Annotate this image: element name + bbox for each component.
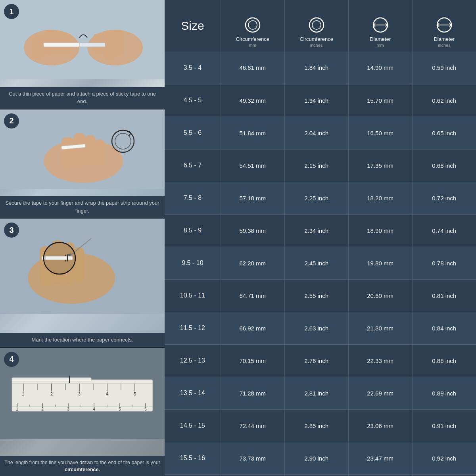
svg-text:2: 2 — [50, 392, 53, 396]
table-row: 13.5 - 1471.28 mm2.81 inch22.69 mm0.89 i… — [165, 377, 476, 409]
cell-circ_inch: 2.63 inch — [284, 312, 348, 344]
cell-diam_inch: 0.91 inch — [412, 409, 476, 442]
table-body: 3.5 - 446.81 mm1.84 inch14.90 mm0.59 inc… — [165, 52, 476, 476]
step-4-image: 1 2 3 4 5 — [0, 348, 165, 456]
table-row: 16.5 - 1775.46 mm2.97 inch24.02 mm0.95 i… — [165, 474, 476, 476]
cell-diam_mm: 16.50 mm — [348, 117, 412, 149]
table-row: 15.5 - 1673.73 mm2.90 inch23.47 mm0.92 i… — [165, 442, 476, 474]
svg-rect-9 — [113, 30, 124, 56]
cell-circ_inch: 2.76 inch — [284, 344, 348, 377]
cell-circ_inch: 1.84 inch — [284, 52, 348, 84]
cell-circ_mm: 57.18 mm — [221, 182, 284, 214]
svg-text:4: 4 — [93, 407, 95, 411]
cell-size: 16.5 - 17 — [165, 474, 221, 476]
circ-inch-sub: inches — [285, 43, 348, 48]
table-row: 9.5 - 1062.20 mm2.45 inch19.80 mm0.78 in… — [165, 247, 476, 279]
svg-rect-33 — [46, 256, 73, 260]
cell-circ_mm: 64.71 mm — [221, 279, 284, 312]
diam-inch-sub: inches — [413, 43, 476, 48]
cell-diam_inch: 0.89 inch — [412, 377, 476, 409]
cell-circ_mm: 59.38 mm — [221, 214, 284, 247]
svg-rect-17 — [84, 135, 96, 166]
svg-point-72 — [246, 18, 260, 32]
diam-mm-header: Diameter mm — [348, 0, 412, 52]
cell-diam_mm: 23.06 mm — [348, 409, 412, 442]
ring-diam-mm-icon — [371, 15, 390, 35]
svg-text:5: 5 — [134, 392, 136, 396]
cell-circ_mm: 51.84 mm — [221, 117, 284, 149]
step-2-block: 2 Secure the tape to your finger and wra… — [0, 109, 165, 219]
cell-size: 3.5 - 4 — [165, 52, 221, 84]
ring-size-table-panel: Size Circumference mm — [165, 0, 476, 476]
cell-size: 5.5 - 6 — [165, 117, 221, 149]
cell-diam_inch: 0.78 inch — [412, 247, 476, 279]
cell-diam_inch: 0.95 inch — [412, 474, 476, 476]
svg-point-77 — [312, 21, 321, 29]
cell-diam_mm: 15.70 mm — [348, 84, 412, 117]
circ-mm-sub: mm — [221, 43, 284, 48]
cell-circ_inch: 2.45 inch — [284, 247, 348, 279]
step-3-block: 3 Mark the location where the paper conn… — [0, 219, 165, 347]
table-row: 8.5 - 959.38 mm2.34 inch18.90 mm0.74 inc… — [165, 214, 476, 247]
svg-text:5: 5 — [119, 407, 121, 411]
cell-diam_inch: 0.81 inch — [412, 279, 476, 312]
cell-size: 8.5 - 9 — [165, 214, 221, 247]
cell-circ_inch: 2.97 inch — [284, 474, 348, 476]
cell-diam_inch: 0.92 inch — [412, 442, 476, 474]
cell-diam_mm: 14.90 mm — [348, 52, 412, 84]
cell-size: 15.5 - 16 — [165, 442, 221, 474]
cell-circ_mm: 62.20 mm — [221, 247, 284, 279]
cell-circ_inch: 2.15 inch — [284, 149, 348, 182]
cell-size: 13.5 - 14 — [165, 377, 221, 409]
svg-rect-2 — [32, 36, 46, 60]
svg-text:2: 2 — [41, 407, 44, 411]
circ-inch-header: Circumference inches — [284, 0, 348, 52]
cell-circ_mm: 72.44 mm — [221, 409, 284, 442]
cell-circ_inch: 2.34 inch — [284, 214, 348, 247]
cell-circ_inch: 2.81 inch — [284, 377, 348, 409]
table-row: 6.5 - 754.51 mm2.15 inch17.35 mm0.68 inc… — [165, 149, 476, 182]
cell-size: 9.5 - 10 — [165, 247, 221, 279]
size-label: Size — [181, 19, 204, 32]
cell-diam_mm: 23.47 mm — [348, 442, 412, 474]
cell-diam_mm: 18.90 mm — [348, 214, 412, 247]
cell-size: 10.5 - 11 — [165, 279, 221, 312]
step-4-block: 1 2 3 4 5 — [0, 348, 165, 476]
cell-diam_mm: 17.35 mm — [348, 149, 412, 182]
diam-inch-header: Diameter inches — [412, 0, 476, 52]
step-1-image: 1 — [0, 0, 165, 87]
svg-text:6: 6 — [144, 407, 147, 411]
diam-mm-label: Diameter — [370, 36, 391, 42]
cell-circ_inch: 2.55 inch — [284, 279, 348, 312]
ring-circ-inch-icon — [307, 15, 326, 35]
cell-circ_inch: 1.94 inch — [284, 84, 348, 117]
table-row: 4.5 - 549.32 mm1.94 inch15.70 mm0.62 inc… — [165, 84, 476, 117]
step-3-image: 3 — [0, 219, 165, 333]
instructions-panel: 1 Cut a thin piece of paper and attach a… — [0, 0, 165, 476]
table-row: 12.5 - 1370.15 mm2.76 inch22.33 mm0.88 i… — [165, 344, 476, 377]
svg-rect-70 — [12, 378, 91, 382]
cell-diam_mm: 24.02 mm — [348, 474, 412, 476]
cell-size: 7.5 - 8 — [165, 182, 221, 214]
cell-size: 6.5 - 7 — [165, 149, 221, 182]
step-4-caption: The length from the line you have drawn … — [0, 456, 165, 476]
cell-circ_inch: 2.85 inch — [284, 409, 348, 442]
cell-diam_mm: 18.20 mm — [348, 182, 412, 214]
cell-diam_inch: 0.68 inch — [412, 149, 476, 182]
cell-diam_mm: 19.80 mm — [348, 247, 412, 279]
svg-point-73 — [248, 21, 257, 29]
table-row: 5.5 - 651.84 mm2.04 inch16.50 mm0.65 inc… — [165, 117, 476, 149]
cell-diam_inch: 0.59 inch — [412, 52, 476, 84]
cell-diam_inch: 0.74 inch — [412, 214, 476, 247]
cell-circ_mm: 46.81 mm — [221, 52, 284, 84]
svg-text:3: 3 — [67, 407, 69, 411]
svg-rect-27 — [73, 247, 84, 283]
ring-size-table: Size Circumference mm — [165, 0, 476, 476]
circ-mm-label: Circumference — [236, 36, 269, 42]
cell-circ_inch: 2.90 inch — [284, 442, 348, 474]
circ-mm-header: Circumference mm — [221, 0, 284, 52]
svg-text:1: 1 — [16, 407, 18, 411]
svg-point-76 — [309, 18, 324, 32]
size-column-header: Size — [165, 0, 221, 52]
cell-diam_inch: 0.84 inch — [412, 312, 476, 344]
